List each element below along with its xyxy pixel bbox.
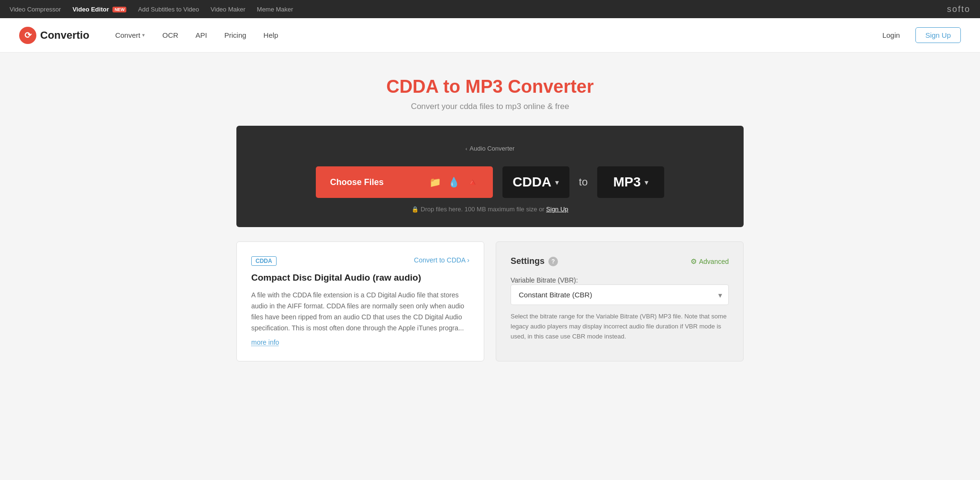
topbar: Video Compressor Video Editor NEW Add Su… [0,0,980,18]
settings-title-row: Settings ? [511,256,558,266]
chevron-down-icon: ▾ [142,32,145,38]
settings-header: Settings ? ⚙ Advanced [511,256,729,266]
chevron-down-icon: ▾ [555,178,559,187]
chevron-down-icon: ▾ [645,178,648,187]
nav-ocr[interactable]: OCR [156,27,185,43]
nav-api[interactable]: API [189,27,214,43]
hero-subtitle: Convert your cdda files to mp3 online & … [10,102,970,111]
hero-section: CDDA to MP3 Converter Convert your cdda … [0,53,980,126]
settings-description: Select the bitrate range for the Variabl… [511,312,729,341]
format-from-selector[interactable]: CDDA ▾ [502,166,569,198]
format-tag: CDDA [251,256,277,266]
dropbox-icon: 💧 [448,176,460,188]
converter-hint: 🔒 Drop files here. 100 MB maximum file s… [251,206,729,213]
topbar-video-editor[interactable]: Video Editor NEW [72,6,126,13]
login-button[interactable]: Login [875,27,908,43]
choose-files-button[interactable]: Choose Files 📁 💧 🔺 [316,166,493,198]
topbar-video-compressor[interactable]: Video Compressor [10,6,61,13]
more-info-link[interactable]: more info [251,338,279,346]
new-badge: NEW [112,7,126,12]
converter-box: ‹ Audio Converter Choose Files 📁 💧 🔺 CDD… [236,126,744,227]
nav-help[interactable]: Help [257,27,285,43]
signup-link[interactable]: Sign Up [546,206,568,213]
logo-icon: ⟳ [19,27,36,44]
topbar-logo: softo [947,4,970,14]
info-description: A file with the CDDA file extension is a… [251,290,469,334]
info-card: Convert to CDDA › CDDA Compact Disc Digi… [236,241,484,361]
vbr-select[interactable]: Constant Bitrate (CBR)Variable Bitrate (… [511,284,729,305]
convert-to-cdda-link[interactable]: Convert to CDDA › [414,256,469,264]
chevron-left-icon: ‹ [466,146,468,152]
settings-help-button[interactable]: ? [548,257,558,266]
signup-button[interactable]: Sign Up [915,27,961,43]
settings-card: Settings ? ⚙ Advanced Variable Bitrate (… [496,241,744,361]
logo-text: Convertio [40,29,89,42]
content-area: Convert to CDDA › CDDA Compact Disc Digi… [236,241,744,381]
topbar-video-maker[interactable]: Video Maker [211,6,245,13]
folder-icon: 📁 [429,176,441,188]
nav-convert[interactable]: Convert ▾ [109,27,152,43]
info-title: Compact Disc Digital Audio (raw audio) [251,273,469,283]
lock-icon: 🔒 [412,206,419,213]
hero-title: CDDA to MP3 Converter [10,76,970,97]
info-card-header: Convert to CDDA › CDDA [251,256,469,273]
header-actions: Login Sign Up [875,27,961,43]
to-label: to [579,176,588,188]
main-nav: Convert ▾ OCR API Pricing Help [109,27,875,43]
logo[interactable]: ⟳ Convertio [19,27,89,44]
topbar-add-subtitles[interactable]: Add Subtitles to Video [138,6,199,13]
gdrive-icon: 🔺 [467,176,479,188]
settings-title: Settings [511,256,545,266]
advanced-button[interactable]: ⚙ Advanced [690,257,729,266]
converter-breadcrumb: ‹ Audio Converter [251,145,729,152]
format-to-selector[interactable]: MP3 ▾ [597,166,664,198]
vbr-select-wrapper: Constant Bitrate (CBR)Variable Bitrate (… [511,284,729,305]
nav-pricing[interactable]: Pricing [218,27,253,43]
header: ⟳ Convertio Convert ▾ OCR API Pricing He… [0,18,980,53]
topbar-meme-maker[interactable]: Meme Maker [257,6,293,13]
converter-controls: Choose Files 📁 💧 🔺 CDDA ▾ to MP3 ▾ [251,166,729,198]
choose-icons: 📁 💧 🔺 [429,176,479,188]
vbr-label: Variable Bitrate (VBR): [511,276,578,284]
gear-icon: ⚙ [690,257,697,266]
